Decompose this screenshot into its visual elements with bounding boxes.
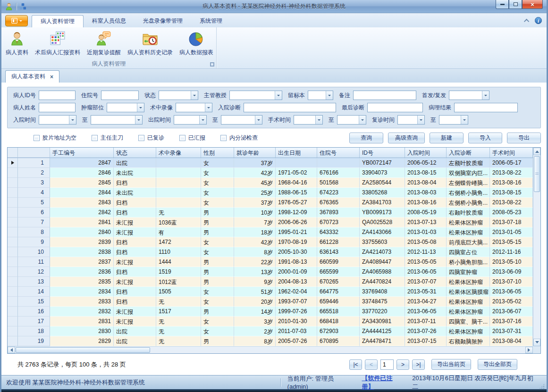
chevron-down-icon[interactable] — [417, 116, 424, 124]
advanced-query-button[interactable]: 高级查询 — [388, 133, 425, 143]
combo-box[interactable] — [308, 91, 333, 100]
ribbon-tab[interactable]: 系统管理 — [191, 15, 231, 27]
combo-box[interactable] — [174, 115, 207, 125]
chevron-down-icon[interactable] — [205, 103, 212, 112]
app-person-icon[interactable] — [5, 2, 13, 11]
last-page-button[interactable]: >| — [412, 359, 425, 370]
close-button[interactable]: × — [522, 0, 543, 9]
chevron-down-icon[interactable] — [135, 116, 142, 124]
table-row[interactable]: 42844未出院女25岁1988-06-15674223338052682013… — [8, 188, 533, 198]
first-page-button[interactable]: |< — [349, 359, 362, 370]
search-input[interactable] — [39, 103, 76, 112]
table-row[interactable]: 192829出院无男8岁2005-07-26670895ZA4478471201… — [8, 336, 533, 346]
chevron-down-icon[interactable] — [275, 91, 282, 100]
grid-column-header[interactable]: 出生日期 — [276, 148, 317, 158]
layout-squares-icon[interactable] — [19, 3, 26, 10]
grid-column-header[interactable]: 术中录像 — [156, 148, 201, 158]
table-row[interactable]: 22846未出院女42岁1971-05-02676166339040732013… — [8, 168, 533, 178]
app-menu-button[interactable] — [5, 15, 28, 26]
combo-box[interactable] — [176, 103, 212, 112]
filter-checkbox[interactable]: 已复诊 — [138, 134, 164, 142]
combo-box[interactable] — [107, 103, 144, 112]
table-row[interactable]: 142834归档1505女51岁1962-02-0466477533769408… — [8, 287, 533, 297]
grid-column-header[interactable]: 手工编号 — [50, 148, 114, 158]
maximize-button[interactable] — [509, 0, 522, 9]
table-row[interactable]: 82840未汇报有男18岁1995-01-21643332ZA414306620… — [8, 227, 533, 237]
chevron-down-icon[interactable] — [69, 116, 76, 124]
ribbon-button[interactable]: 术后病人汇报资料 — [32, 29, 84, 58]
ribbon-button[interactable]: 病人资料 — [2, 29, 32, 58]
grid-column-header[interactable]: 住院号 — [317, 148, 360, 158]
ribbon-tab[interactable]: 科室人员信息 — [84, 15, 135, 27]
table-row[interactable]: 72841未汇报1036蓝男7岁2006-06-26670723QA002552… — [8, 217, 533, 227]
combo-box[interactable] — [439, 115, 468, 125]
grid-column-header[interactable]: 入院诊断 — [447, 148, 490, 158]
ribbon-tab[interactable]: 光盘录像带管理 — [135, 15, 191, 27]
next-page-button[interactable]: > — [396, 359, 409, 370]
table-row[interactable]: 112837未汇报1444男22岁1991-08-13660599ZA40894… — [8, 257, 533, 267]
chevron-down-icon[interactable] — [199, 116, 206, 124]
prev-page-button[interactable]: < — [365, 359, 378, 370]
table-row[interactable]: 12847出院女37岁YB00721472006-05-12左额叶胶质瘤2006… — [8, 158, 533, 168]
scroll-down-arrow-icon[interactable] — [533, 339, 540, 346]
table-row[interactable]: 182830出院无女2岁2011-07-03672903ZA4444125201… — [8, 326, 533, 336]
combo-box[interactable] — [229, 91, 282, 100]
ribbon-tab[interactable]: 病人资料管理 — [32, 15, 84, 27]
table-row[interactable]: 32845归档女45岁1968-04-16501568ZA25805442013… — [8, 178, 533, 188]
search-input[interactable] — [244, 103, 336, 112]
search-input[interactable] — [101, 91, 139, 100]
horizontal-scroll-thumb[interactable] — [16, 347, 150, 353]
chevron-down-icon[interactable] — [255, 116, 262, 124]
chevron-down-icon[interactable] — [326, 91, 333, 100]
search-input[interactable] — [353, 91, 416, 100]
table-row[interactable]: 162832未汇报1517男14岁1999-07-266655183377022… — [8, 307, 533, 317]
dialog-launcher-icon[interactable] — [210, 62, 214, 67]
chevron-down-icon[interactable] — [482, 91, 489, 100]
vertical-scrollbar[interactable] — [533, 148, 540, 346]
chevron-down-icon[interactable] — [191, 91, 198, 100]
table-row[interactable]: 52843归档女37岁1976-05-27676365ZA38417032013… — [8, 198, 533, 208]
ribbon-button[interactable]: 病人数据报表 — [176, 29, 217, 58]
combo-box[interactable] — [39, 115, 76, 125]
grid-column-header[interactable]: ID号 — [360, 148, 405, 158]
page-number-input[interactable] — [380, 359, 394, 370]
combo-box[interactable] — [159, 91, 198, 100]
combo-box[interactable] — [449, 91, 489, 100]
chevron-down-icon[interactable] — [315, 116, 322, 124]
table-row[interactable]: 122836归档1519男13岁2000-01-09665599ZA406598… — [8, 267, 533, 277]
resize-grip-icon[interactable] — [539, 384, 545, 389]
info-icon[interactable]: i — [535, 17, 542, 24]
table-row[interactable]: 102838归档1110女8岁2005-10-30636143ZA4214073… — [8, 247, 533, 257]
combo-box[interactable] — [294, 115, 323, 125]
combo-box[interactable] — [221, 115, 262, 125]
ribbon-button[interactable]: 近期复诊提醒 — [84, 29, 124, 58]
table-row[interactable]: 172831未汇报无女3岁2010-01-30668418ZA343098120… — [8, 317, 533, 326]
tab-patient-basic-info[interactable]: 病人基本资料 × — [5, 70, 59, 83]
combo-box[interactable] — [337, 115, 366, 125]
filter-checkbox[interactable]: 胶片地址为空 — [34, 134, 76, 142]
chevron-down-icon[interactable] — [461, 116, 468, 124]
filter-checkbox[interactable]: 主任主刀 — [92, 134, 123, 142]
filter-checkbox[interactable]: 内分泌检查 — [220, 134, 258, 142]
chevron-down-icon[interactable] — [137, 103, 144, 112]
ribbon-collapse-icon[interactable] — [524, 18, 529, 24]
chevron-down-icon[interactable] — [359, 116, 366, 124]
query-button[interactable]: 查询 — [349, 133, 383, 143]
combo-box[interactable] — [397, 115, 425, 125]
table-row[interactable]: 132835未汇报1012蓝男9岁2004-08-13670265ZA44708… — [8, 277, 533, 287]
new-button[interactable]: 新建 — [430, 133, 464, 143]
grid-column-header[interactable]: 性别 — [201, 148, 234, 158]
minimize-button[interactable] — [496, 0, 509, 9]
export-all-pages-button[interactable]: 导出全部页 — [478, 359, 517, 370]
search-input[interactable] — [39, 91, 76, 100]
grid-column-header[interactable]: 手术时间 — [490, 148, 533, 158]
scroll-up-arrow-icon[interactable] — [533, 148, 540, 155]
combo-box[interactable] — [91, 115, 143, 125]
table-row[interactable]: 152833归档无女20岁1993-07-0765944633748475201… — [8, 297, 533, 307]
scroll-right-arrow-icon[interactable] — [525, 347, 533, 353]
export-current-page-button[interactable]: 导出当前页 — [431, 359, 471, 370]
table-row[interactable]: 92839归档1472女42岁1970-08-19661228337556032… — [8, 237, 533, 247]
horizontal-scrollbar[interactable] — [8, 346, 533, 353]
vertical-scroll-thumb[interactable] — [534, 156, 540, 192]
ribbon-button[interactable]: 病人资料历史记录 — [124, 29, 176, 58]
